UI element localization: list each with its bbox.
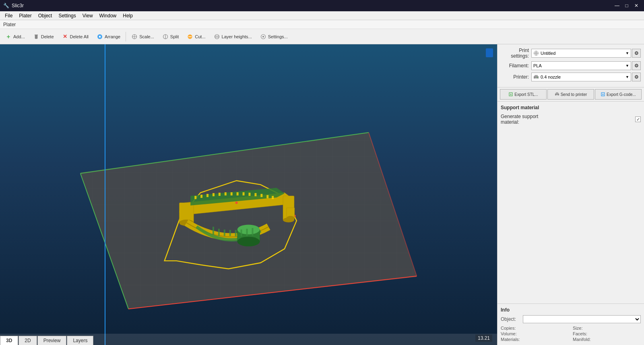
cut-icon bbox=[187, 33, 193, 40]
svg-rect-53 bbox=[224, 230, 225, 236]
delete-all-icon: ✕ bbox=[62, 33, 68, 40]
menu-view[interactable]: View bbox=[79, 12, 96, 19]
export-gcode-button[interactable]: Export G-code... bbox=[595, 89, 642, 100]
delete-all-button[interactable]: ✕ Delete All bbox=[58, 31, 92, 43]
split-button[interactable]: Split bbox=[159, 31, 182, 43]
svg-rect-39 bbox=[237, 192, 239, 195]
tab-2d[interactable]: 2D bbox=[19, 336, 37, 345]
print-settings-value-text: Untitled bbox=[541, 51, 555, 56]
cut-button[interactable]: Cut... bbox=[183, 31, 209, 43]
cut-label: Cut... bbox=[195, 34, 205, 39]
printer-dropdown-arrow: ▼ bbox=[625, 75, 629, 79]
menu-file[interactable]: File bbox=[2, 12, 16, 19]
filament-select[interactable]: PLA ▼ bbox=[531, 61, 631, 70]
delete-all-label: Delete All bbox=[70, 34, 89, 39]
send-printer-icon bbox=[555, 92, 559, 97]
settings-toolbar-button[interactable]: Settings... bbox=[256, 31, 291, 43]
export-stl-label: Export STL... bbox=[514, 92, 538, 97]
export-stl-button[interactable]: Export STL... bbox=[500, 89, 547, 100]
delete-icon bbox=[33, 33, 39, 40]
info-section: Info Object: Copies: Size: Volume: bbox=[497, 303, 644, 345]
export-gcode-icon bbox=[601, 92, 605, 97]
send-to-printer-button[interactable]: Send to printer bbox=[547, 89, 594, 100]
split-icon bbox=[162, 33, 169, 40]
tab-layers[interactable]: Layers bbox=[67, 336, 93, 345]
menu-object[interactable]: Object bbox=[35, 12, 56, 19]
breadcrumb: Plater bbox=[0, 20, 644, 29]
svg-rect-38 bbox=[231, 192, 233, 195]
maximize-button[interactable]: □ bbox=[622, 1, 631, 10]
add-button[interactable]: + Add... bbox=[2, 31, 29, 43]
arrange-button[interactable]: Arrange bbox=[93, 31, 124, 43]
main-layout: 13.21 3D 2D Preview Layers Print setting… bbox=[0, 44, 644, 345]
filament-value: PLA bbox=[533, 63, 625, 68]
layer-heights-button[interactable]: Layer heights... bbox=[210, 31, 256, 43]
svg-rect-44 bbox=[266, 195, 268, 198]
info-size: Size: bbox=[573, 326, 641, 330]
printer-value-text: 0.4 nozzle bbox=[541, 75, 561, 79]
svg-rect-33 bbox=[200, 195, 202, 198]
svg-rect-67 bbox=[535, 78, 538, 79]
tab-preview[interactable]: Preview bbox=[37, 336, 67, 345]
settings-icon bbox=[260, 33, 266, 40]
add-label: Add... bbox=[13, 34, 25, 39]
viewport[interactable]: 13.21 3D 2D Preview Layers bbox=[0, 44, 497, 345]
info-object-row: Object: bbox=[501, 315, 641, 323]
svg-rect-1 bbox=[35, 35, 37, 39]
facets-key: Facets: bbox=[573, 331, 597, 336]
menu-window[interactable]: Window bbox=[96, 12, 120, 19]
print-settings-section: Print settings: Untitled ▼ bbox=[497, 44, 644, 87]
svg-rect-32 bbox=[194, 196, 196, 199]
print-settings-label: Print settings: bbox=[501, 48, 529, 59]
svg-rect-56 bbox=[241, 230, 242, 237]
svg-rect-36 bbox=[219, 193, 221, 196]
title-bar-left: 🔧 Slic3r bbox=[3, 3, 24, 8]
printer-row: Printer: 0.4 nozzle ▼ ⚙ bbox=[501, 73, 641, 81]
arrange-label: Arrange bbox=[105, 34, 120, 39]
menu-plater[interactable]: Plater bbox=[16, 12, 35, 19]
filament-gear[interactable]: ⚙ bbox=[632, 61, 641, 70]
print-settings-gear[interactable]: ⚙ bbox=[632, 49, 641, 58]
svg-rect-37 bbox=[225, 192, 227, 195]
generate-support-label: Generate supportmaterial: bbox=[501, 114, 538, 125]
printer-gear[interactable]: ⚙ bbox=[632, 73, 641, 81]
send-to-printer-label: Send to printer bbox=[561, 92, 587, 97]
export-stl-icon bbox=[508, 92, 513, 97]
copies-key: Copies: bbox=[501, 326, 525, 330]
filament-dropdown-arrow: ▼ bbox=[625, 64, 629, 68]
svg-rect-54 bbox=[229, 230, 231, 236]
printer-label: Printer: bbox=[501, 74, 529, 80]
info-title: Info bbox=[501, 307, 641, 313]
close-button[interactable]: ✕ bbox=[632, 1, 641, 10]
minimize-button[interactable]: — bbox=[613, 1, 621, 10]
info-grid: Copies: Size: Volume: Facets: Materials: bbox=[501, 326, 641, 342]
printer-select[interactable]: 0.4 nozzle ▼ bbox=[531, 73, 631, 81]
svg-point-46 bbox=[235, 202, 238, 204]
svg-rect-3 bbox=[99, 36, 101, 37]
title-bar-controls[interactable]: — □ ✕ bbox=[613, 1, 641, 10]
right-panel: Print settings: Untitled ▼ bbox=[497, 44, 644, 345]
generate-support-row: Generate supportmaterial: bbox=[501, 114, 641, 125]
toolbar: + Add... Delete ✕ Delete All Arrange bbox=[0, 29, 644, 44]
scale-button[interactable]: Scale... bbox=[128, 31, 158, 43]
svg-marker-18 bbox=[80, 133, 417, 309]
generate-support-checkbox[interactable] bbox=[635, 116, 641, 122]
svg-point-30 bbox=[237, 237, 260, 246]
scale-icon bbox=[131, 33, 138, 40]
menu-help[interactable]: Help bbox=[120, 12, 136, 19]
print-settings-icon bbox=[533, 50, 539, 56]
svg-rect-45 bbox=[272, 196, 274, 199]
title-bar: 🔧 Slic3r — □ ✕ bbox=[0, 0, 644, 11]
info-object-select[interactable] bbox=[523, 315, 641, 323]
delete-button[interactable]: Delete bbox=[29, 31, 58, 43]
menu-settings[interactable]: Settings bbox=[55, 12, 79, 19]
arrange-icon bbox=[97, 33, 103, 40]
svg-rect-72 bbox=[556, 95, 558, 96]
app-icon: 🔧 bbox=[3, 3, 9, 8]
print-settings-select[interactable]: Untitled ▼ bbox=[531, 49, 631, 58]
filament-row: Filament: PLA ▼ ⚙ bbox=[501, 61, 641, 70]
breadcrumb-label: Plater bbox=[3, 22, 16, 27]
svg-point-50 bbox=[287, 216, 295, 220]
tab-3d[interactable]: 3D bbox=[0, 336, 18, 345]
info-object-label: Object: bbox=[501, 316, 523, 322]
